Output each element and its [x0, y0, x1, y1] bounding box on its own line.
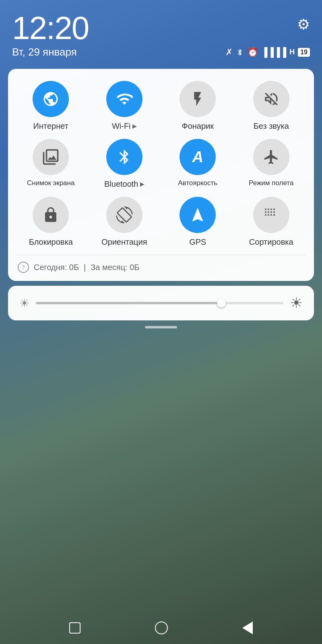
settings-icon[interactable]: ⚙	[297, 16, 310, 33]
screenshot-icon-circle	[33, 139, 69, 175]
toggle-silent[interactable]: Без звука	[237, 81, 306, 131]
data-today: Сегодня: 0Б	[34, 263, 79, 272]
toggle-internet[interactable]: Интернет	[16, 81, 86, 131]
wifi-arrow: ▶	[132, 123, 137, 130]
toggle-screenshot[interactable]: Снимок экрана	[16, 139, 86, 189]
toggle-sort[interactable]: Сортировка	[237, 197, 306, 247]
bluetooth-status-icon: ✗	[225, 47, 233, 58]
wifi-label: Wi-Fi ▶	[112, 121, 137, 131]
sort-icon-circle	[253, 197, 289, 233]
date-label: Вт, 29 января	[12, 46, 77, 58]
data-month: За месяц: 0Б	[91, 263, 139, 272]
brightness-fill	[36, 302, 221, 304]
toggle-grid: Интернет Wi-Fi ▶ Фонарик	[16, 81, 306, 247]
divider	[16, 255, 306, 255]
airplane-icon-circle	[253, 139, 289, 175]
flashlight-icon-circle	[180, 81, 216, 117]
toggle-bluetooth[interactable]: Bluetooth ▶	[90, 139, 159, 189]
scroll-indicator	[145, 326, 177, 328]
internet-label: Интернет	[33, 121, 68, 131]
bluetooth-arrow: ▶	[140, 181, 144, 188]
alarm-icon: ⏰	[247, 47, 258, 58]
toggle-airplane[interactable]: Режим полета	[237, 139, 306, 189]
brightness-thumb	[217, 299, 226, 308]
screenshot-label: Снимок экрана	[27, 179, 74, 187]
toggle-rotation[interactable]: Ориентация	[90, 197, 159, 247]
circle-icon	[155, 621, 168, 634]
bluetooth-label: Bluetooth ▶	[104, 179, 144, 189]
data-usage-icon: ?	[18, 262, 29, 273]
gps-icon-circle	[180, 197, 216, 233]
gps-label: GPS	[189, 237, 206, 247]
back-button[interactable]	[242, 621, 253, 634]
brightness-slider[interactable]	[36, 302, 283, 304]
rotation-icon-circle	[106, 197, 142, 233]
clock: 12:20	[12, 12, 89, 44]
recent-apps-button[interactable]	[69, 622, 80, 634]
data-usage: ? Сегодня: 0Б | За месяц: 0Б	[16, 262, 306, 273]
toggle-auto-brightness[interactable]: A Автояркость	[163, 139, 233, 189]
status-icons: ✗ ⏰ ▐▐▐▐ H 19	[225, 47, 310, 58]
square-icon	[69, 622, 80, 634]
airplane-label: Режим полета	[249, 179, 293, 187]
home-button[interactable]	[155, 621, 168, 634]
brightness-high-icon: ☀	[290, 295, 303, 312]
battery-level: 19	[298, 48, 310, 57]
silent-icon-circle	[253, 81, 289, 117]
lock-label: Блокировка	[29, 237, 73, 247]
internet-icon-circle	[33, 81, 69, 117]
signal-icon: ▐▐▐▐	[261, 47, 286, 58]
toggle-gps[interactable]: GPS	[163, 197, 233, 247]
toggle-wifi[interactable]: Wi-Fi ▶	[90, 81, 159, 131]
nav-bar	[0, 612, 322, 644]
brightness-panel: ☀ ☀	[8, 286, 314, 320]
flashlight-label: Фонарик	[182, 121, 214, 131]
bluetooth-icon-circle	[106, 139, 142, 175]
network-type-icon: H	[289, 48, 295, 56]
rotation-label: Ориентация	[101, 237, 147, 247]
bluetooth-indicator	[236, 48, 244, 56]
lock-icon-circle	[33, 197, 69, 233]
wifi-icon-circle	[106, 81, 142, 117]
toggle-lock[interactable]: Блокировка	[16, 197, 86, 247]
sort-label: Сортировка	[249, 237, 293, 247]
data-separator: |	[84, 263, 86, 272]
scroll-handle	[0, 326, 322, 328]
silent-label: Без звука	[254, 121, 289, 131]
auto-brightness-icon-circle: A	[180, 139, 216, 175]
triangle-icon	[242, 621, 253, 634]
brightness-low-icon: ☀	[19, 297, 29, 310]
toggle-flashlight[interactable]: Фонарик	[163, 81, 233, 131]
status-bar: 12:20 ⚙ Вт, 29 января ✗ ⏰ ▐▐▐▐ H 19	[0, 0, 322, 62]
auto-brightness-label: Автояркость	[178, 179, 217, 187]
quick-settings-panel: Интернет Wi-Fi ▶ Фонарик	[8, 69, 314, 281]
